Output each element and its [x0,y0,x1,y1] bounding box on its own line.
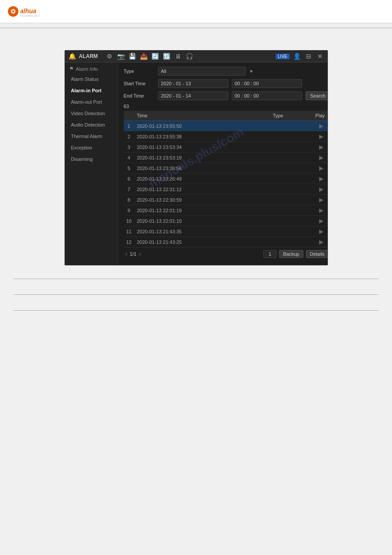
play-button[interactable]: ▶ [319,133,324,140]
start-date-input[interactable] [158,79,228,88]
monitor-icon[interactable]: 🖥 [174,52,182,60]
cell-type [270,131,313,142]
type-input[interactable] [158,67,246,76]
table-row[interactable]: 8 2020-01-13 22:30:59 ▶ [124,195,328,205]
export-icon[interactable]: 📤 [140,52,148,60]
play-button[interactable]: ▶ [319,154,324,161]
cell-play[interactable]: ▶ [313,163,327,174]
alarm-table: Time Type Play 1 2020-01-13 23:55:50 ▶ 2… [124,111,328,247]
page-header: alhua TECHNOLOGY [0,0,392,23]
col-play: Play [313,111,327,121]
logo-container: alhua TECHNOLOGY [7,4,47,19]
page-number-input[interactable] [263,250,277,258]
cell-play[interactable]: ▶ [313,184,327,195]
live-badge: LIVE [276,54,290,59]
window-control-icon[interactable]: ⊟ [305,52,313,60]
col-no [124,111,134,121]
cell-play[interactable]: ▶ [313,152,327,163]
table-row[interactable]: 1 2020-01-13 23:55:50 ▶ [124,121,328,131]
cell-play[interactable]: ▶ [313,216,327,226]
camera-icon[interactable]: 📷 [117,52,125,60]
play-button[interactable]: ▶ [319,228,324,235]
type-dropdown-icon[interactable]: ▼ [249,69,254,74]
search-button[interactable]: Search [306,91,328,100]
settings-icon[interactable]: ⚙ [106,52,114,60]
app-window: 🔔 ALARM ⚙ 📷 💾 📤 🔄 🔃 🖥 🎧 LIVE 👤 ⊟ ✕ [65,50,328,265]
play-button[interactable]: ▶ [319,186,324,192]
table-row[interactable]: 3 2020-01-13 23:53:34 ▶ [124,142,328,152]
cell-no: 10 [124,216,134,226]
cell-no: 12 [124,237,134,247]
cell-play[interactable]: ▶ [313,174,327,184]
backup-button[interactable]: Backup [279,250,303,258]
sidebar-item-alarm-status[interactable]: Alarm Status [65,73,117,85]
table-row[interactable]: 5 2020-01-13 23:26:56 ▶ [124,163,328,174]
table-row[interactable]: 10 2020-01-13 22:01:10 ▶ [124,216,328,226]
sidebar-item-audio-detection[interactable]: Audio Detection [65,119,117,131]
start-time-label: Start Time [124,81,155,86]
page-info: 1/1 [130,251,137,257]
cell-no: 3 [124,142,134,152]
cell-type [270,174,313,184]
table-row[interactable]: 6 2020-01-13 23:26:49 ▶ [124,174,328,184]
cell-play[interactable]: ▶ [313,237,327,247]
play-button[interactable]: ▶ [319,175,324,182]
sidebar-item-thermal-alarm[interactable]: Thermal Alarm [65,131,117,142]
sidebar-item-alarm-in-port[interactable]: Alarm-in Port [65,85,117,96]
type-label: Type [124,69,155,74]
prev-page-button[interactable]: ‹ [126,251,127,257]
play-button[interactable]: ▶ [319,165,324,171]
cell-time: 2020-01-13 22:31:12 [134,184,270,195]
play-button[interactable]: ▶ [319,239,324,245]
end-time-input[interactable] [232,91,302,100]
cell-no: 8 [124,195,134,205]
cell-type [270,142,313,152]
cell-play[interactable]: ▶ [313,142,327,152]
cell-type [270,121,313,131]
cell-play[interactable]: ▶ [313,195,327,205]
sidebar-item-video-detection[interactable]: Video Detection [65,108,117,119]
play-button[interactable]: ▶ [319,196,324,203]
end-date-input[interactable] [158,91,228,100]
cell-play[interactable]: ▶ [313,121,327,131]
cell-no: 7 [124,184,134,195]
table-row[interactable]: 4 2020-01-13 23:53:19 ▶ [124,152,328,163]
user-icon[interactable]: 👤 [293,52,301,60]
alarm-table-container[interactable]: Time Type Play 1 2020-01-13 23:55:50 ▶ 2… [124,111,328,247]
cell-time: 2020-01-13 23:26:49 [134,174,270,184]
cell-time: 2020-01-13 23:26:56 [134,163,270,174]
refresh-icon[interactable]: 🔃 [163,52,171,60]
next-page-button[interactable]: › [139,251,141,257]
sidebar-item-alarm-out-port[interactable]: Alarm-out Port [65,96,117,108]
sidebar-item-exception[interactable]: Exception [65,142,117,153]
headset-icon[interactable]: 🔄 [151,52,159,60]
close-window-icon[interactable]: ✕ [316,52,324,60]
cell-play[interactable]: ▶ [313,205,327,216]
table-row[interactable]: 9 2020-01-13 22:01:19 ▶ [124,205,328,216]
toolbar: 🔔 ALARM ⚙ 📷 💾 📤 🔄 🔃 🖥 🎧 LIVE 👤 ⊟ ✕ [65,51,327,62]
start-time-input[interactable] [232,79,302,88]
pagination: ‹ 1/1 › [126,251,141,257]
audio-icon[interactable]: 🎧 [186,52,194,60]
details-button[interactable]: Details [306,250,328,258]
play-button[interactable]: ▶ [319,123,324,129]
start-time-row: Start Time [124,79,328,88]
app-window-wrapper: 🔔 ALARM ⚙ 📷 💾 📤 🔄 🔃 🖥 🎧 LIVE 👤 ⊟ ✕ [13,50,379,265]
sidebar-item-disarming[interactable]: Disarming [65,153,117,165]
cell-play[interactable]: ▶ [313,131,327,142]
bottom-divider-2 [13,294,379,295]
cell-no: 11 [124,226,134,237]
content-area: Type ▼ Start Time End Time Search [118,62,328,265]
play-button[interactable]: ▶ [319,218,324,224]
table-row[interactable]: 7 2020-01-13 22:31:12 ▶ [124,184,328,195]
cell-type [270,216,313,226]
table-row[interactable]: 11 2020-01-13 21:43:35 ▶ [124,226,328,237]
cell-type [270,195,313,205]
cell-play[interactable]: ▶ [313,226,327,237]
play-button[interactable]: ▶ [319,207,324,214]
table-row[interactable]: 2 2020-01-13 23:55:38 ▶ [124,131,328,142]
play-button[interactable]: ▶ [319,144,324,150]
logo-dot [12,11,14,13]
record-icon[interactable]: 💾 [129,52,137,60]
table-row[interactable]: 12 2020-01-13 21:43:25 ▶ [124,237,328,247]
